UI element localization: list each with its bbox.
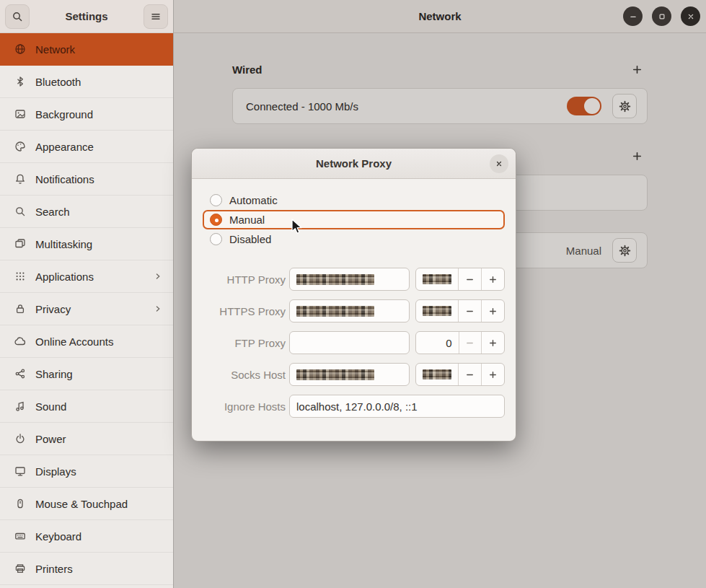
radio-checked-icon (210, 214, 222, 226)
sidebar-item-label: Network (35, 43, 75, 56)
https-port-value[interactable] (416, 300, 459, 322)
sidebar-item-privacy[interactable]: Privacy (0, 293, 173, 325)
minus-icon (464, 274, 475, 285)
ignore-hosts-input[interactable]: localhost, 127.0.0.0/8, ::1 (289, 395, 505, 418)
proxy-option-disabled[interactable]: Disabled (203, 229, 505, 249)
windows-icon (14, 238, 26, 250)
sidebar-item-bluetooth[interactable]: Bluetooth (0, 66, 173, 98)
minimize-button[interactable] (623, 6, 643, 26)
sidebar-item-label: Background (35, 108, 93, 120)
proxy-settings-button[interactable] (612, 238, 637, 263)
ftp-port-increment-button[interactable] (481, 332, 504, 354)
settings-window: Settings Network Bluetooth Background (0, 0, 706, 588)
dialog-title: Network Proxy (316, 157, 392, 170)
add-vpn-button[interactable] (626, 145, 648, 167)
sidebar-item-printers[interactable]: Printers (0, 553, 173, 585)
redacted-value (296, 306, 374, 317)
radio-unchecked-icon (210, 194, 222, 206)
ftp-port-spinbutton: 0 (415, 331, 505, 354)
sidebar-item-search[interactable]: Search (0, 196, 173, 228)
lock-icon (14, 303, 26, 315)
socks-host-label: Socks Host (203, 369, 286, 381)
ignore-hosts-row: Ignore Hosts localhost, 127.0.0.0/8, ::1 (203, 395, 505, 418)
http-port-increment-button[interactable] (481, 268, 504, 290)
socks-host-input[interactable] (289, 363, 410, 386)
sidebar-item-label: Sound (35, 400, 66, 413)
wired-connection-row[interactable]: Connected - 1000 Mb/s (232, 88, 648, 124)
sidebar-item-keyboard[interactable]: Keyboard (0, 520, 173, 553)
redacted-value (296, 274, 374, 285)
socks-port-spinbutton (415, 363, 505, 386)
socks-host-row: Socks Host (203, 363, 505, 386)
sidebar-item-online-accounts[interactable]: Online Accounts (0, 325, 173, 358)
proxy-option-automatic[interactable]: Automatic (203, 190, 505, 210)
close-button[interactable] (681, 6, 700, 26)
wired-controls (567, 94, 637, 118)
cloud-icon (14, 335, 26, 347)
redacted-value (423, 274, 451, 284)
http-proxy-input[interactable] (289, 268, 410, 291)
close-icon (494, 159, 504, 169)
https-port-increment-button[interactable] (481, 300, 504, 322)
wired-status: Connected - 1000 Mb/s (246, 100, 358, 113)
wired-section-header: Wired (232, 61, 648, 78)
photo-icon (14, 108, 26, 120)
wired-settings-button[interactable] (612, 94, 637, 118)
sidebar-item-power[interactable]: Power (0, 423, 173, 455)
http-port-value[interactable] (416, 268, 459, 290)
http-port-decrement-button[interactable] (458, 268, 481, 290)
dialog-close-button[interactable] (490, 154, 508, 173)
sidebar-header: Settings (0, 0, 173, 33)
wired-toggle[interactable] (567, 97, 601, 115)
http-proxy-label: HTTP Proxy (203, 273, 286, 286)
add-wired-button[interactable] (626, 58, 648, 80)
proxy-mode-value: Manual (566, 245, 601, 257)
bell-icon (14, 173, 26, 185)
ftp-proxy-input[interactable] (289, 331, 410, 354)
sidebar-item-label: Applications (35, 271, 94, 283)
chevron-right-icon (153, 271, 163, 281)
sidebar-item-multitasking[interactable]: Multitasking (0, 228, 173, 260)
minus-icon (464, 369, 475, 380)
socks-port-value[interactable] (416, 364, 459, 385)
ignore-hosts-value: localhost, 127.0.0.0/8, ::1 (296, 400, 418, 413)
dialog-titlebar: Network Proxy (192, 149, 516, 179)
https-port-spinbutton (415, 299, 505, 322)
https-proxy-label: HTTPS Proxy (203, 305, 286, 317)
chevron-right-icon (153, 304, 163, 314)
gear-icon (619, 245, 631, 257)
socks-port-decrement-button[interactable] (458, 364, 481, 385)
search-button[interactable] (5, 4, 30, 29)
sidebar-item-label: Search (35, 206, 70, 218)
plus-icon (487, 369, 498, 380)
sidebar-item-mouse-touchpad[interactable]: Mouse & Touchpad (0, 488, 173, 520)
sidebar-item-sharing[interactable]: Sharing (0, 358, 173, 390)
sidebar-item-applications[interactable]: Applications (0, 260, 173, 293)
maximize-button[interactable] (652, 6, 671, 26)
close-icon (686, 12, 696, 22)
sidebar-item-network[interactable]: Network (0, 33, 173, 66)
socks-port-increment-button[interactable] (481, 364, 504, 385)
plus-icon (631, 63, 643, 76)
option-label: Manual (229, 214, 265, 226)
sidebar-item-displays[interactable]: Displays (0, 455, 173, 488)
ftp-port-value[interactable]: 0 (416, 332, 459, 354)
sidebar-item-appearance[interactable]: Appearance (0, 131, 173, 163)
https-port-decrement-button[interactable] (458, 300, 481, 322)
page-title: Network (418, 10, 461, 22)
http-port-spinbutton (415, 268, 505, 291)
sidebar-item-background[interactable]: Background (0, 98, 173, 131)
sidebar-item-sound[interactable]: Sound (0, 390, 173, 423)
proxy-option-manual[interactable]: Manual (203, 210, 505, 229)
network-proxy-dialog: Network Proxy Automatic Manual Disabled … (191, 148, 516, 442)
palette-icon (14, 141, 26, 152)
https-proxy-input[interactable] (289, 299, 410, 322)
menu-button[interactable] (144, 4, 168, 29)
ftp-port-decrement-button[interactable] (459, 332, 482, 354)
proxy-controls: Manual (566, 238, 637, 263)
option-label: Automatic (229, 194, 278, 206)
sidebar-item-label: Keyboard (35, 530, 81, 543)
printer-icon (14, 563, 26, 574)
sidebar-item-notifications[interactable]: Notifications (0, 163, 173, 196)
grid-icon (14, 271, 26, 282)
